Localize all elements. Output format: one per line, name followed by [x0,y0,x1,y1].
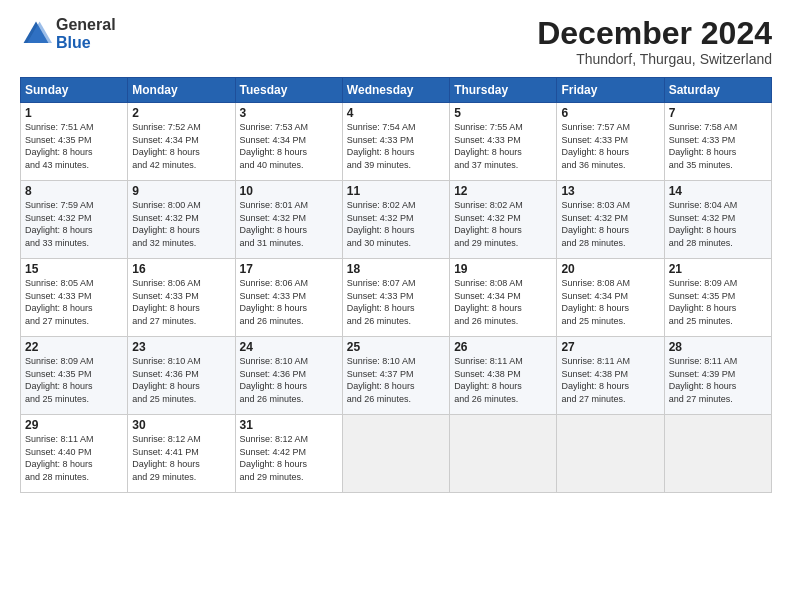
day-number: 26 [454,340,552,354]
day-number: 24 [240,340,338,354]
calendar-cell: 8Sunrise: 7:59 AM Sunset: 4:32 PM Daylig… [21,181,128,259]
day-number: 8 [25,184,123,198]
day-info: Sunrise: 8:04 AM Sunset: 4:32 PM Dayligh… [669,199,767,249]
day-info: Sunrise: 7:51 AM Sunset: 4:35 PM Dayligh… [25,121,123,171]
col-saturday: Saturday [664,78,771,103]
day-number: 28 [669,340,767,354]
calendar-cell: 5Sunrise: 7:55 AM Sunset: 4:33 PM Daylig… [450,103,557,181]
header-row: Sunday Monday Tuesday Wednesday Thursday… [21,78,772,103]
day-info: Sunrise: 8:09 AM Sunset: 4:35 PM Dayligh… [669,277,767,327]
day-number: 9 [132,184,230,198]
col-tuesday: Tuesday [235,78,342,103]
calendar-cell [664,415,771,493]
day-number: 2 [132,106,230,120]
day-info: Sunrise: 7:52 AM Sunset: 4:34 PM Dayligh… [132,121,230,171]
calendar-cell: 18Sunrise: 8:07 AM Sunset: 4:33 PM Dayli… [342,259,449,337]
day-number: 15 [25,262,123,276]
day-info: Sunrise: 8:12 AM Sunset: 4:42 PM Dayligh… [240,433,338,483]
calendar-week-1: 1Sunrise: 7:51 AM Sunset: 4:35 PM Daylig… [21,103,772,181]
day-number: 19 [454,262,552,276]
location-subtitle: Thundorf, Thurgau, Switzerland [537,51,772,67]
logo: General Blue [20,16,116,51]
page-container: General Blue December 2024 Thundorf, Thu… [0,0,792,505]
day-number: 16 [132,262,230,276]
day-info: Sunrise: 7:57 AM Sunset: 4:33 PM Dayligh… [561,121,659,171]
day-info: Sunrise: 8:12 AM Sunset: 4:41 PM Dayligh… [132,433,230,483]
day-info: Sunrise: 8:11 AM Sunset: 4:38 PM Dayligh… [561,355,659,405]
col-sunday: Sunday [21,78,128,103]
calendar-cell: 13Sunrise: 8:03 AM Sunset: 4:32 PM Dayli… [557,181,664,259]
col-monday: Monday [128,78,235,103]
day-number: 3 [240,106,338,120]
day-number: 7 [669,106,767,120]
calendar-cell: 11Sunrise: 8:02 AM Sunset: 4:32 PM Dayli… [342,181,449,259]
calendar-cell: 7Sunrise: 7:58 AM Sunset: 4:33 PM Daylig… [664,103,771,181]
day-info: Sunrise: 7:55 AM Sunset: 4:33 PM Dayligh… [454,121,552,171]
calendar-cell: 24Sunrise: 8:10 AM Sunset: 4:36 PM Dayli… [235,337,342,415]
calendar-cell: 27Sunrise: 8:11 AM Sunset: 4:38 PM Dayli… [557,337,664,415]
day-number: 17 [240,262,338,276]
calendar-cell: 14Sunrise: 8:04 AM Sunset: 4:32 PM Dayli… [664,181,771,259]
day-info: Sunrise: 8:11 AM Sunset: 4:40 PM Dayligh… [25,433,123,483]
day-info: Sunrise: 8:01 AM Sunset: 4:32 PM Dayligh… [240,199,338,249]
col-wednesday: Wednesday [342,78,449,103]
day-info: Sunrise: 8:05 AM Sunset: 4:33 PM Dayligh… [25,277,123,327]
calendar-cell: 22Sunrise: 8:09 AM Sunset: 4:35 PM Dayli… [21,337,128,415]
day-info: Sunrise: 8:11 AM Sunset: 4:38 PM Dayligh… [454,355,552,405]
day-info: Sunrise: 8:03 AM Sunset: 4:32 PM Dayligh… [561,199,659,249]
calendar-cell: 2Sunrise: 7:52 AM Sunset: 4:34 PM Daylig… [128,103,235,181]
day-info: Sunrise: 8:07 AM Sunset: 4:33 PM Dayligh… [347,277,445,327]
calendar-cell: 15Sunrise: 8:05 AM Sunset: 4:33 PM Dayli… [21,259,128,337]
calendar-cell [450,415,557,493]
calendar-cell: 20Sunrise: 8:08 AM Sunset: 4:34 PM Dayli… [557,259,664,337]
calendar-cell: 31Sunrise: 8:12 AM Sunset: 4:42 PM Dayli… [235,415,342,493]
day-number: 30 [132,418,230,432]
day-info: Sunrise: 8:06 AM Sunset: 4:33 PM Dayligh… [240,277,338,327]
day-number: 6 [561,106,659,120]
day-info: Sunrise: 7:59 AM Sunset: 4:32 PM Dayligh… [25,199,123,249]
day-info: Sunrise: 8:10 AM Sunset: 4:36 PM Dayligh… [132,355,230,405]
day-number: 18 [347,262,445,276]
calendar-cell: 3Sunrise: 7:53 AM Sunset: 4:34 PM Daylig… [235,103,342,181]
day-info: Sunrise: 7:53 AM Sunset: 4:34 PM Dayligh… [240,121,338,171]
calendar-week-2: 8Sunrise: 7:59 AM Sunset: 4:32 PM Daylig… [21,181,772,259]
calendar-cell: 28Sunrise: 8:11 AM Sunset: 4:39 PM Dayli… [664,337,771,415]
calendar-cell: 10Sunrise: 8:01 AM Sunset: 4:32 PM Dayli… [235,181,342,259]
day-info: Sunrise: 8:09 AM Sunset: 4:35 PM Dayligh… [25,355,123,405]
day-number: 22 [25,340,123,354]
calendar-cell [342,415,449,493]
day-info: Sunrise: 8:06 AM Sunset: 4:33 PM Dayligh… [132,277,230,327]
day-info: Sunrise: 8:02 AM Sunset: 4:32 PM Dayligh… [347,199,445,249]
month-title: December 2024 [537,16,772,51]
day-number: 27 [561,340,659,354]
day-number: 11 [347,184,445,198]
day-number: 14 [669,184,767,198]
logo-icon [20,18,52,50]
day-info: Sunrise: 8:10 AM Sunset: 4:36 PM Dayligh… [240,355,338,405]
header: General Blue December 2024 Thundorf, Thu… [20,16,772,67]
calendar-week-4: 22Sunrise: 8:09 AM Sunset: 4:35 PM Dayli… [21,337,772,415]
calendar-cell: 25Sunrise: 8:10 AM Sunset: 4:37 PM Dayli… [342,337,449,415]
logo-general: General [56,16,116,34]
col-thursday: Thursday [450,78,557,103]
day-info: Sunrise: 8:00 AM Sunset: 4:32 PM Dayligh… [132,199,230,249]
day-number: 31 [240,418,338,432]
calendar-cell: 30Sunrise: 8:12 AM Sunset: 4:41 PM Dayli… [128,415,235,493]
day-info: Sunrise: 7:54 AM Sunset: 4:33 PM Dayligh… [347,121,445,171]
day-number: 21 [669,262,767,276]
calendar-cell: 19Sunrise: 8:08 AM Sunset: 4:34 PM Dayli… [450,259,557,337]
calendar-cell: 1Sunrise: 7:51 AM Sunset: 4:35 PM Daylig… [21,103,128,181]
calendar-cell: 12Sunrise: 8:02 AM Sunset: 4:32 PM Dayli… [450,181,557,259]
calendar-cell: 4Sunrise: 7:54 AM Sunset: 4:33 PM Daylig… [342,103,449,181]
day-info: Sunrise: 8:11 AM Sunset: 4:39 PM Dayligh… [669,355,767,405]
title-block: December 2024 Thundorf, Thurgau, Switzer… [537,16,772,67]
calendar-cell: 6Sunrise: 7:57 AM Sunset: 4:33 PM Daylig… [557,103,664,181]
col-friday: Friday [557,78,664,103]
calendar-week-3: 15Sunrise: 8:05 AM Sunset: 4:33 PM Dayli… [21,259,772,337]
logo-text: General Blue [56,16,116,51]
calendar-table: Sunday Monday Tuesday Wednesday Thursday… [20,77,772,493]
day-number: 4 [347,106,445,120]
day-info: Sunrise: 8:02 AM Sunset: 4:32 PM Dayligh… [454,199,552,249]
day-number: 12 [454,184,552,198]
day-number: 25 [347,340,445,354]
